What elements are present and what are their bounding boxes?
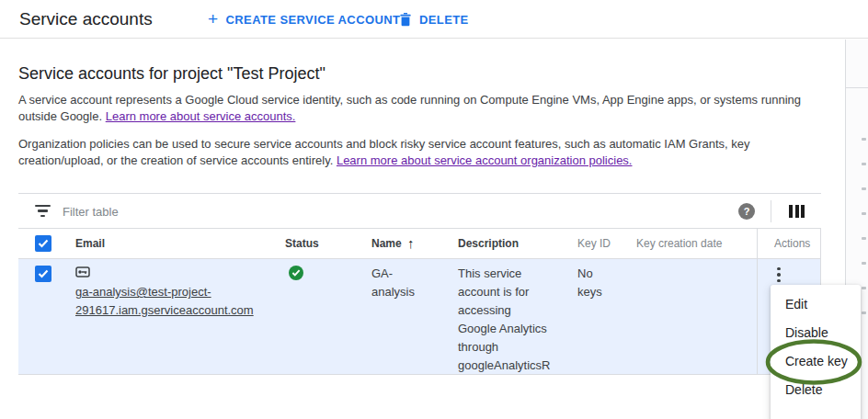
column-header-status[interactable]: Status <box>285 237 319 250</box>
filter-bar: ? <box>18 194 821 229</box>
name-cell: GA-analysis <box>371 265 445 301</box>
status-active-icon <box>289 266 303 280</box>
description-cell: This serviceaccount is foraccessingGoogl… <box>458 265 568 375</box>
actions-column-divider <box>757 259 758 374</box>
select-all-checkbox[interactable] <box>35 235 51 252</box>
delete-label: DELETE <box>419 13 469 27</box>
column-header-name[interactable]: Name <box>371 237 402 250</box>
menu-item-edit[interactable]: Edit <box>771 290 861 319</box>
column-header-email[interactable]: Email <box>75 237 105 250</box>
row-actions-menu-button[interactable] <box>769 263 789 287</box>
table-header-row: Email Status Name ↑ Description Key ID K… <box>18 229 821 259</box>
table-row[interactable]: ga-analysis@test-project- 291617.iam.gse… <box>18 259 821 375</box>
email-cell: ga-analysis@test-project- 291617.iam.gse… <box>75 265 268 320</box>
service-accounts-table: ? Email Status Name ↑ Description Key ID… <box>18 193 821 375</box>
intro-paragraph-1: A service account represents a Google Cl… <box>18 92 802 125</box>
filter-table-input[interactable] <box>63 199 614 223</box>
actions-column-divider <box>757 229 758 258</box>
create-service-account-button[interactable]: + CREATE SERVICE ACCOUNT <box>208 0 400 39</box>
menu-item-create-key[interactable]: Create key <box>771 347 861 376</box>
column-header-description[interactable]: Description <box>458 237 519 250</box>
service-account-email-link[interactable]: ga-analysis@test-project- 291617.iam.gse… <box>75 265 268 320</box>
filter-icon <box>35 205 51 218</box>
row-checkbox[interactable] <box>35 266 51 282</box>
email-line-1: ga-analysis@test-project- <box>75 283 268 301</box>
section-heading: Service accounts for project "Test Proje… <box>18 64 326 84</box>
key-id-cell: Nokeys <box>577 265 633 301</box>
column-header-key-id[interactable]: Key ID <box>577 237 611 250</box>
email-line-2: 291617.iam.gserviceaccount.com <box>75 301 268 320</box>
intro-paragraph-2: Organization policies can be used to sec… <box>18 136 802 169</box>
learn-more-service-accounts-link[interactable]: Learn more about service accounts. <box>106 109 296 123</box>
app-bar: Service accounts + CREATE SERVICE ACCOUN… <box>0 0 868 39</box>
service-account-icon <box>75 265 268 283</box>
column-header-actions: Actions <box>774 237 810 250</box>
delete-button[interactable]: DELETE <box>399 0 469 39</box>
plus-icon: + <box>208 10 219 28</box>
trash-icon <box>399 12 412 27</box>
column-display-icon[interactable] <box>789 205 805 218</box>
learn-more-org-policies-link[interactable]: Learn more about service account organiz… <box>337 153 633 167</box>
side-panel-divider <box>846 40 868 88</box>
row-actions-context-menu: Edit Disable Create key Delete <box>771 285 861 419</box>
sort-ascending-icon[interactable]: ↑ <box>407 235 415 251</box>
create-service-account-label: CREATE SERVICE ACCOUNT <box>226 13 401 27</box>
column-header-key-creation-date[interactable]: Key creation date <box>636 237 722 250</box>
menu-item-disable[interactable]: Disable <box>771 319 861 347</box>
menu-item-delete[interactable]: Delete <box>771 376 861 404</box>
filter-divider <box>771 200 771 222</box>
page-title: Service accounts <box>19 9 153 29</box>
help-icon[interactable]: ? <box>738 203 755 220</box>
